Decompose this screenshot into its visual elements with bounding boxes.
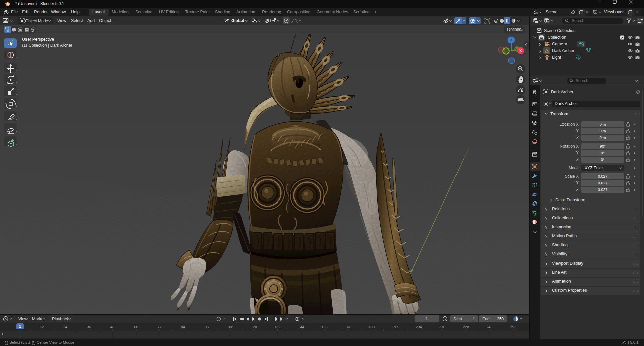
svg-text:192: 192: [392, 325, 398, 329]
svg-text:250: 250: [497, 316, 504, 321]
svg-text:204: 204: [416, 325, 422, 329]
svg-text:120: 120: [251, 325, 257, 329]
svg-text:View: View: [18, 316, 28, 321]
svg-text:240: 240: [486, 325, 492, 329]
svg-text:60: 60: [134, 325, 138, 329]
svg-text:168: 168: [345, 325, 351, 329]
svg-text:144: 144: [298, 325, 304, 329]
svg-text:132: 132: [274, 325, 280, 329]
svg-text:Z: Z: [510, 38, 513, 42]
svg-text:96: 96: [205, 325, 209, 329]
svg-text:24: 24: [63, 325, 67, 329]
svg-text:252: 252: [510, 325, 516, 329]
svg-text:48: 48: [110, 325, 114, 329]
svg-text:1: 1: [19, 324, 21, 328]
svg-text:108: 108: [227, 325, 233, 329]
svg-text:End: End: [482, 316, 489, 321]
svg-text:1: 1: [426, 316, 428, 321]
svg-text:Start: Start: [453, 316, 462, 321]
svg-text:Playback: Playback: [52, 316, 69, 321]
svg-text:1: 1: [473, 316, 475, 321]
svg-text:84: 84: [181, 325, 185, 329]
svg-text:216: 216: [439, 325, 445, 329]
svg-text:12: 12: [40, 325, 44, 329]
svg-text:Marker: Marker: [32, 316, 45, 321]
svg-text:228: 228: [463, 325, 469, 329]
svg-text:180: 180: [369, 325, 375, 329]
svg-text:User Perspective: User Perspective: [22, 37, 54, 42]
svg-text:156: 156: [321, 325, 327, 329]
svg-text:36: 36: [87, 325, 91, 329]
svg-text:X: X: [519, 49, 522, 53]
svg-text:72: 72: [157, 325, 161, 329]
svg-text:(1) Collection | Dark Archer: (1) Collection | Dark Archer: [22, 43, 72, 48]
